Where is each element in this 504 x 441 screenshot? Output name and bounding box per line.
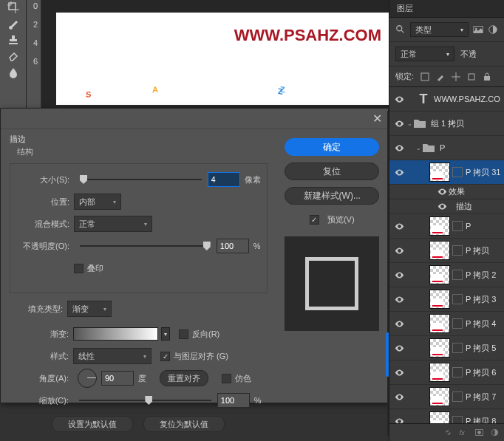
link-icon[interactable] xyxy=(443,428,453,437)
layer-row[interactable]: P 拷贝 8 xyxy=(389,409,504,423)
close-icon[interactable]: ✕ xyxy=(372,112,382,126)
layer-row[interactable]: ⌄P xyxy=(389,136,504,160)
set-default-button[interactable]: 设置为默认值 xyxy=(52,416,133,432)
reset-align-button[interactable]: 重置对齐 xyxy=(160,370,208,386)
scale-slider[interactable] xyxy=(79,394,211,407)
angle-knob[interactable] xyxy=(78,369,97,388)
reset-button[interactable]: 复位 xyxy=(285,163,379,180)
mask-thumb xyxy=(452,343,463,353)
layer-row[interactable]: P 拷贝 3 xyxy=(389,287,504,312)
layer-name: WWW.PSAHZ.CO xyxy=(434,95,500,103)
filltype-select[interactable]: 渐变▾ xyxy=(67,301,112,317)
search-icon[interactable] xyxy=(395,24,406,35)
layer-row[interactable]: P 拷贝 6 xyxy=(389,360,504,385)
twirl-icon[interactable]: ⌄ xyxy=(406,120,413,127)
mask-thumb xyxy=(452,392,463,402)
visibility-icon[interactable] xyxy=(392,368,406,377)
tool-crop[interactable] xyxy=(7,1,19,13)
adjustment-icon[interactable] xyxy=(490,428,500,437)
layer-row[interactable]: P xyxy=(389,214,504,239)
scale-label: 缩放(C): xyxy=(16,395,73,406)
layer-row[interactable]: P 拷贝 xyxy=(389,239,504,263)
angle-input[interactable] xyxy=(101,371,134,386)
lock-brush-icon[interactable] xyxy=(436,72,445,81)
gradient-swatch[interactable] xyxy=(73,327,158,341)
text-layer-icon: T xyxy=(413,92,434,107)
opacity-input[interactable] xyxy=(217,239,249,253)
layer-row[interactable]: P 拷贝 31 xyxy=(389,160,504,185)
dither-checkbox[interactable] xyxy=(222,374,231,383)
layer-row[interactable]: ⌄组 1 拷贝 xyxy=(389,112,504,136)
tool-eraser[interactable] xyxy=(7,50,19,62)
visibility-icon[interactable] xyxy=(392,319,406,329)
visibility-icon[interactable] xyxy=(392,295,406,304)
layer-row[interactable]: P 拷贝 5 xyxy=(389,336,504,360)
scale-input[interactable] xyxy=(217,393,250,408)
lock-pixels-icon[interactable] xyxy=(420,72,429,81)
tool-gradient[interactable] xyxy=(7,66,19,78)
layer-name: 效果 xyxy=(449,186,465,197)
visibility-icon[interactable] xyxy=(392,270,406,280)
mask-thumb xyxy=(452,416,463,423)
opacity-slider[interactable] xyxy=(80,239,211,253)
lock-all-icon[interactable] xyxy=(483,72,491,81)
layer-row[interactable]: P 拷贝 2 xyxy=(389,263,504,287)
layer-row[interactable]: P 拷贝 4 xyxy=(389,312,504,336)
blend-mode-select[interactable]: 正常▾ xyxy=(395,47,454,61)
twirl-icon[interactable]: ⌄ xyxy=(415,145,422,151)
visibility-icon[interactable] xyxy=(392,119,406,129)
reverse-checkbox[interactable] xyxy=(179,329,188,339)
size-input[interactable] xyxy=(208,172,240,187)
visibility-icon[interactable] xyxy=(392,168,406,177)
layers-tab[interactable]: 图层 xyxy=(389,0,504,18)
visibility-icon[interactable] xyxy=(392,143,406,153)
layer-name: P 拷贝 31 xyxy=(466,167,501,178)
tool-stamp[interactable] xyxy=(7,34,19,46)
mask-icon[interactable] xyxy=(474,428,484,437)
lock-artboard-icon[interactable] xyxy=(467,72,476,81)
blend-select[interactable]: 正常▾ xyxy=(74,216,152,232)
gradient-label: 渐变: xyxy=(16,329,73,340)
filter-adjust-icon[interactable] xyxy=(488,24,498,35)
layer-name: P 拷贝 xyxy=(466,245,489,256)
layer-row[interactable]: TWWW.PSAHZ.CO xyxy=(389,87,504,112)
mask-thumb xyxy=(452,294,463,304)
position-select[interactable]: 内部▾ xyxy=(74,194,121,210)
size-slider[interactable] xyxy=(80,173,202,186)
svg-rect-0 xyxy=(9,3,16,10)
visibility-icon[interactable] xyxy=(392,417,406,424)
position-label: 位置: xyxy=(16,196,74,208)
visibility-icon[interactable] xyxy=(435,187,449,196)
layer-name: P 拷贝 4 xyxy=(466,318,496,329)
layer-row[interactable]: 描边 xyxy=(389,199,504,214)
layer-name: P 拷贝 7 xyxy=(466,392,496,403)
mask-thumb xyxy=(452,245,463,256)
fx-icon[interactable]: fx xyxy=(459,428,469,437)
svg-text:fx: fx xyxy=(460,429,465,437)
style-select[interactable]: 线性▾ xyxy=(73,348,151,364)
visibility-icon[interactable] xyxy=(392,95,406,104)
filter-image-icon[interactable] xyxy=(473,24,483,35)
visibility-icon[interactable] xyxy=(392,392,406,402)
svg-point-5 xyxy=(397,26,402,31)
visibility-icon[interactable] xyxy=(392,343,406,353)
opacity-label: 不透 xyxy=(460,49,477,60)
visibility-icon[interactable] xyxy=(392,246,406,256)
new-style-button[interactable]: 新建样式(W)... xyxy=(285,187,379,205)
lock-position-icon[interactable] xyxy=(452,72,460,81)
layer-row[interactable]: P 拷贝 7 xyxy=(389,385,504,409)
ok-button[interactable]: 确定 xyxy=(285,138,379,156)
visibility-icon[interactable] xyxy=(435,202,449,211)
align-checkbox[interactable] xyxy=(160,352,170,361)
preview-checkbox[interactable] xyxy=(310,215,319,225)
canvas[interactable]: WWW.PSAHZ.COM S A Z Z xyxy=(56,13,389,105)
layer-row[interactable]: 效果 xyxy=(389,185,504,199)
gradient-dropdown[interactable]: ▾ xyxy=(161,327,170,341)
mask-thumb xyxy=(452,318,463,329)
filltype-label: 填充类型: xyxy=(10,304,67,315)
reset-default-button[interactable]: 复位为默认值 xyxy=(143,416,225,432)
tool-brush[interactable] xyxy=(7,18,19,30)
filter-kind-select[interactable]: 类型▾ xyxy=(410,22,469,37)
overprint-checkbox[interactable] xyxy=(74,264,84,273)
visibility-icon[interactable] xyxy=(392,222,406,231)
